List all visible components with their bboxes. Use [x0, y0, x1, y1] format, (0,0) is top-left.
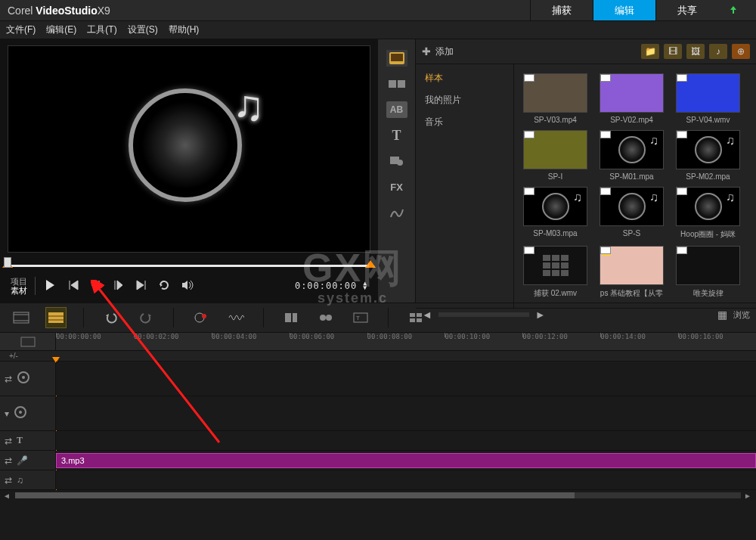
library-category-strip: AB T FX — [378, 39, 416, 303]
track-link-icon[interactable]: ⇄ — [5, 374, 12, 384]
mode-project[interactable]: 项目 — [11, 277, 27, 286]
svg-point-26 — [22, 376, 25, 379]
home-button[interactable] — [67, 279, 79, 293]
menu-set[interactable]: 设置(S) — [128, 23, 158, 36]
scroll-left-icon[interactable]: ◄ — [3, 492, 12, 499]
media-thumbnail[interactable]: SP-I — [523, 130, 587, 181]
cat-music[interactable]: 音乐 — [422, 111, 507, 133]
svg-rect-23 — [417, 318, 422, 322]
fx-icon[interactable]: FX — [386, 178, 407, 195]
lib-browse[interactable]: 浏览 — [733, 309, 750, 321]
mode-clip[interactable]: 素材 — [11, 286, 27, 295]
add-media-button[interactable]: 添加 — [435, 45, 454, 58]
seek-bar[interactable] — [8, 259, 370, 272]
mark-out-handle[interactable] — [365, 260, 376, 268]
multitrack-button[interactable] — [405, 307, 426, 328]
overlay-track-1[interactable]: ▾ — [0, 396, 756, 431]
audio-mixer-button[interactable] — [225, 307, 246, 328]
tab-edit[interactable]: 编辑 — [593, 0, 655, 20]
chapter-button[interactable] — [315, 307, 336, 328]
title-ab-icon[interactable]: AB — [386, 101, 407, 118]
ruler-tick: 00:00:16:00 — [678, 333, 756, 350]
audio-clip[interactable]: 3.mp3 — [56, 453, 756, 468]
auto-music-button[interactable] — [280, 307, 302, 328]
timeline-ruler[interactable]: 00:00:00:0000:00:02:0000:00:04:0000:00:0… — [0, 333, 756, 351]
svg-rect-15 — [293, 313, 297, 322]
media-thumbnail[interactable]: ♫SP-M03.mpa — [523, 187, 587, 240]
filter-video-icon[interactable]: 🎞 — [664, 44, 682, 59]
media-thumbnail[interactable]: SP-V04.wmv — [676, 73, 740, 124]
media-library-icon[interactable] — [386, 50, 407, 67]
lib-view-icon[interactable]: ▦ — [717, 309, 727, 321]
transition-icon[interactable] — [386, 76, 407, 92]
record-button[interactable] — [191, 307, 212, 328]
undo-button[interactable] — [101, 307, 122, 328]
loop-button[interactable] — [158, 279, 170, 293]
graphic-icon[interactable] — [386, 153, 407, 169]
next-frame-button[interactable] — [113, 279, 125, 293]
media-thumbnail[interactable]: 捕获 02.wmv — [523, 246, 587, 299]
svg-point-17 — [326, 315, 332, 321]
thumbnail-label: ps 基础教程【从零 — [600, 288, 664, 299]
upload-icon[interactable] — [718, 0, 748, 20]
thumbnail-label: 唯美旋律 — [676, 288, 740, 299]
filter-audio-icon[interactable]: ♪ — [709, 44, 727, 59]
cat-sample[interactable]: 样本 — [422, 67, 507, 89]
ruler-head-icon[interactable] — [0, 333, 56, 350]
playback-controls: 项目 素材 0:00:00:00 ▲▼ — [8, 272, 370, 303]
media-thumbnail[interactable]: ♫Hoop圈圈 - 妈咪 — [676, 187, 740, 240]
filter-photo-icon[interactable]: 🖼 — [686, 44, 705, 59]
media-thumbnail[interactable]: ♫SP-M01.mpa — [600, 130, 664, 181]
media-thumbnail[interactable]: ♫SP-S — [600, 187, 664, 240]
timeline-view-button[interactable] — [45, 307, 67, 328]
library-toolbar: ✚ 添加 📁 🎞 🖼 ♪ ⊕ — [416, 39, 756, 64]
track-link-icon[interactable]: ⇄ — [5, 455, 12, 466]
menu-tool[interactable]: 工具(T) — [87, 23, 116, 36]
video-track-1[interactable]: ⇄ — [0, 362, 756, 396]
thumbnail-label: SP-M03.mpa — [523, 229, 587, 237]
scroll-right-icon[interactable]: ► — [744, 492, 753, 499]
title-track-icon: T — [17, 435, 23, 446]
title-t-icon[interactable]: T — [386, 127, 407, 144]
volume-button[interactable] — [181, 279, 194, 293]
folder-icon[interactable]: 📁 — [641, 44, 659, 59]
media-thumbnail[interactable]: SP-V02.mp4 — [600, 73, 664, 124]
media-thumbnail[interactable]: ps 基础教程【从零 — [600, 246, 664, 299]
timecode-display[interactable]: 0:00:00:00 ▲▼ — [295, 281, 367, 291]
title-track[interactable]: ⇄T — [0, 431, 756, 451]
svg-point-16 — [320, 315, 326, 321]
voice-track[interactable]: ⇄🎤 3.mp3 — [0, 451, 756, 470]
chevron-down-icon[interactable]: ▾ — [5, 408, 9, 419]
menu-edit[interactable]: 编辑(E) — [46, 23, 76, 36]
lib-scroll-right[interactable]: ► — [535, 309, 546, 321]
cat-photos[interactable]: 我的照片 — [422, 89, 507, 111]
path-icon[interactable] — [386, 204, 407, 221]
prev-frame-button[interactable] — [90, 279, 102, 293]
sort-icon[interactable]: ⊕ — [732, 44, 750, 59]
menu-help[interactable]: 帮助(H) — [169, 23, 200, 36]
menu-file[interactable]: 文件(F) — [6, 23, 36, 36]
play-button[interactable] — [43, 278, 57, 294]
music-track-icon: ♫ — [17, 475, 23, 486]
media-thumbnail-grid: SP-V03.mp4SP-V02.mp4SP-V04.wmvSP-I♫SP-M0… — [520, 70, 750, 302]
redo-button[interactable] — [135, 307, 156, 328]
subtitle-button[interactable]: T — [350, 307, 371, 328]
voice-track-icon: 🎤 — [17, 455, 28, 466]
svg-rect-1 — [391, 54, 403, 61]
svg-rect-24 — [21, 337, 35, 346]
zoom-row[interactable]: +/- — [0, 351, 756, 362]
media-thumbnail[interactable]: SP-V03.mp4 — [523, 73, 587, 124]
timeline-hscroll[interactable]: ◄ ► — [0, 490, 756, 501]
track-link-icon[interactable]: ⇄ — [5, 436, 12, 446]
tab-share[interactable]: 共享 — [655, 0, 718, 20]
end-button[interactable] — [135, 279, 147, 293]
media-thumbnail[interactable]: ♫SP-M02.mpa — [676, 130, 740, 181]
seek-playhead[interactable] — [4, 257, 11, 268]
storyboard-view-button[interactable] — [11, 307, 32, 328]
music-track[interactable]: ⇄♫ — [0, 470, 756, 490]
svg-rect-9 — [48, 312, 64, 323]
media-thumbnail[interactable]: 唯美旋律 — [676, 246, 740, 299]
tab-capture[interactable]: 捕获 — [530, 0, 593, 20]
track-link-icon[interactable]: ⇄ — [5, 475, 12, 486]
ruler-tick: 00:00:12:00 — [522, 333, 600, 350]
